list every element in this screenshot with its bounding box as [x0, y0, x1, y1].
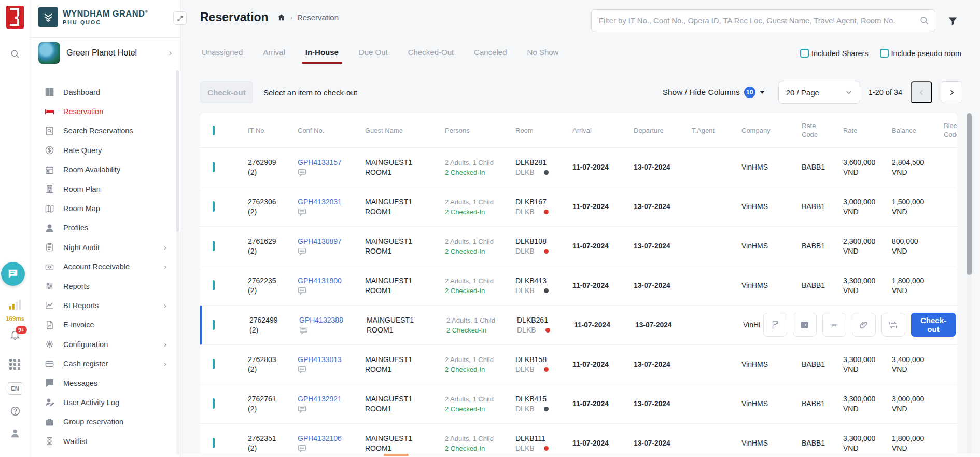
search-icon[interactable] — [919, 16, 929, 25]
it-no-link[interactable]: 2761629(2) — [235, 237, 285, 256]
checkout-button-disabled[interactable]: Check-out — [200, 81, 253, 103]
note-icon[interactable] — [298, 445, 353, 453]
sidebar-item-reports[interactable]: Reports › — [30, 276, 180, 296]
search-icon[interactable] — [0, 49, 30, 59]
note-icon[interactable] — [298, 169, 353, 177]
cashiering-button[interactable] — [793, 313, 817, 337]
col-guest-name[interactable]: Guest Name — [353, 126, 432, 135]
it-no-link[interactable]: 2762499(2) — [237, 315, 287, 335]
row-checkbox[interactable] — [213, 320, 215, 330]
breadcrumb-current[interactable]: Reservation — [297, 13, 339, 22]
row-checkbox[interactable] — [213, 280, 215, 290]
table-row[interactable]: 2762909(2) GPH4133157 MAINGUEST1ROOM1 2 … — [200, 148, 957, 187]
conf-no-cell[interactable]: GPH4132106 — [285, 434, 353, 453]
tab-unassigned[interactable]: Unassigned — [200, 48, 244, 64]
row-checkout-button[interactable]: Check-out — [911, 313, 956, 337]
sidebar-item-bi-reports[interactable]: BI Reports › — [30, 296, 180, 315]
col-company[interactable]: Company — [729, 126, 789, 135]
help-icon[interactable] — [0, 406, 30, 417]
include-pseudo-room-filter[interactable]: Include pseudo room — [880, 49, 961, 58]
table-row[interactable]: 2762235(2) GPH4131900 MAINGUEST1ROOM1 2 … — [200, 266, 957, 306]
col-block-code[interactable]: Block Code — [931, 121, 957, 139]
sidebar-item-messages[interactable]: Messages › — [30, 373, 180, 393]
col-arrival[interactable]: Arrival — [560, 126, 621, 135]
checkbox[interactable] — [880, 49, 889, 58]
table-row[interactable]: 2762761(2) GPH4132921 MAINGUEST1ROOM1 2 … — [200, 384, 957, 424]
table-row[interactable]: 2762351(2) GPH4132106 MAINGUEST1ROOM1 2 … — [200, 424, 957, 457]
it-no-link[interactable]: 2762909(2) — [235, 158, 285, 177]
sidebar-item-rate-query[interactable]: Rate Query › — [30, 141, 180, 160]
registration-card-button[interactable] — [763, 313, 787, 337]
filter-funnel-icon[interactable] — [947, 16, 958, 26]
included-sharers-filter[interactable]: Included Sharers — [800, 49, 869, 58]
table-vertical-scrollbar[interactable] — [967, 113, 972, 457]
show-hide-columns[interactable]: Show / Hide Columns 10 — [663, 87, 765, 98]
sidebar-item-account-receivable[interactable]: Account Receivable › — [30, 257, 180, 276]
col-it-no[interactable]: IT No. — [235, 126, 285, 135]
table-row[interactable]: 2762499(2) GPH4132388 MAINGUEST1ROOM1 2 … — [200, 306, 957, 345]
row-checkbox[interactable] — [213, 438, 215, 448]
sidebar-item-room-map[interactable]: Room Map › — [30, 199, 180, 218]
tab-in-house[interactable]: In-House — [304, 48, 340, 64]
note-icon[interactable] — [298, 208, 353, 216]
row-checkbox[interactable] — [213, 241, 215, 251]
language-switcher[interactable]: EN — [8, 382, 22, 395]
sidebar-item-dashboard[interactable]: Dashboard › — [30, 82, 180, 102]
sidebar-item-e-invoice[interactable]: E-invoice › — [30, 315, 180, 335]
sidebar-item-key-card[interactable]: Key card › — [30, 451, 180, 457]
note-icon[interactable] — [298, 405, 353, 413]
room-move-button[interactable] — [881, 313, 905, 337]
table-row[interactable]: 2762306(2) GPH4132031 MAINGUEST1ROOM1 2 … — [200, 187, 957, 227]
row-checkbox[interactable] — [213, 201, 215, 212]
app-logo-icon[interactable] — [6, 5, 24, 29]
table-row[interactable]: 2762803(2) GPH4133013 MAINGUEST1ROOM1 2 … — [200, 345, 957, 384]
table-row[interactable]: 2761629(2) GPH4130897 MAINGUEST1ROOM1 2 … — [200, 227, 957, 266]
conf-no-cell[interactable]: GPH4132921 — [285, 394, 353, 413]
checkbox[interactable] — [800, 49, 809, 58]
conf-no-cell[interactable]: GPH4132031 — [285, 197, 353, 216]
col-departure[interactable]: Departure — [621, 126, 679, 135]
conf-no-cell[interactable]: GPH4130897 — [285, 237, 353, 256]
user-avatar[interactable] — [0, 427, 30, 439]
sidebar-item-profiles[interactable]: Profiles › — [30, 218, 180, 238]
row-checkbox[interactable] — [213, 359, 215, 369]
col-conf-no[interactable]: Conf No. — [285, 126, 353, 135]
tab-no-show[interactable]: No Show — [526, 48, 561, 64]
conf-no-cell[interactable]: GPH4133013 — [285, 355, 353, 374]
sidebar-item-group-reservation[interactable]: Group reservation › — [30, 412, 180, 432]
note-icon[interactable] — [298, 366, 353, 374]
sidebar-item-reservation[interactable]: Reservation › — [30, 102, 180, 121]
it-no-link[interactable]: 2762306(2) — [235, 197, 285, 217]
col-balance[interactable]: Balance — [879, 126, 931, 135]
sidebar-collapse-button[interactable] — [173, 11, 187, 25]
merge-button[interactable] — [822, 313, 846, 337]
prev-page-button[interactable] — [911, 81, 932, 103]
select-all-checkbox[interactable] — [213, 126, 215, 135]
sidebar-item-user-activity-log[interactable]: User Activity Log › — [30, 393, 180, 412]
sidebar-item-search-reservations[interactable]: Search Reservations › — [30, 121, 180, 141]
tab-due-out[interactable]: Due Out — [357, 48, 389, 64]
col-rate[interactable]: Rate — [831, 126, 879, 135]
it-no-link[interactable]: 2762351(2) — [235, 434, 285, 453]
sidebar-item-waitlist[interactable]: Waitlist › — [30, 432, 180, 451]
tab-arrival[interactable]: Arrival — [261, 48, 287, 64]
note-icon[interactable] — [298, 287, 353, 295]
page-size-select[interactable]: 20 / Page — [778, 81, 860, 104]
col-rate-code[interactable]: Rate Code — [789, 121, 831, 139]
it-no-link[interactable]: 2762761(2) — [235, 394, 285, 414]
sidebar-item-cash-register[interactable]: Cash register › — [30, 354, 180, 373]
apps-grid-icon[interactable] — [9, 359, 20, 370]
next-page-button[interactable] — [941, 81, 962, 103]
conf-no-cell[interactable]: GPH4132388 — [287, 315, 354, 335]
sidebar-item-room-availability[interactable]: Room Availability › — [30, 160, 180, 179]
conf-no-cell[interactable]: GPH4133157 — [285, 158, 353, 177]
col-t-agent[interactable]: T.Agent — [679, 126, 729, 135]
tab-checked-out[interactable]: Checked-Out — [407, 48, 455, 64]
note-icon[interactable] — [299, 326, 354, 335]
chat-support-button[interactable] — [1, 262, 25, 286]
col-room[interactable]: Room — [503, 126, 560, 135]
sidebar-item-configuration[interactable]: Configuration › — [30, 335, 180, 354]
home-icon[interactable] — [277, 13, 286, 22]
conf-no-cell[interactable]: GPH4131900 — [285, 276, 353, 295]
row-checkbox[interactable] — [213, 162, 215, 172]
